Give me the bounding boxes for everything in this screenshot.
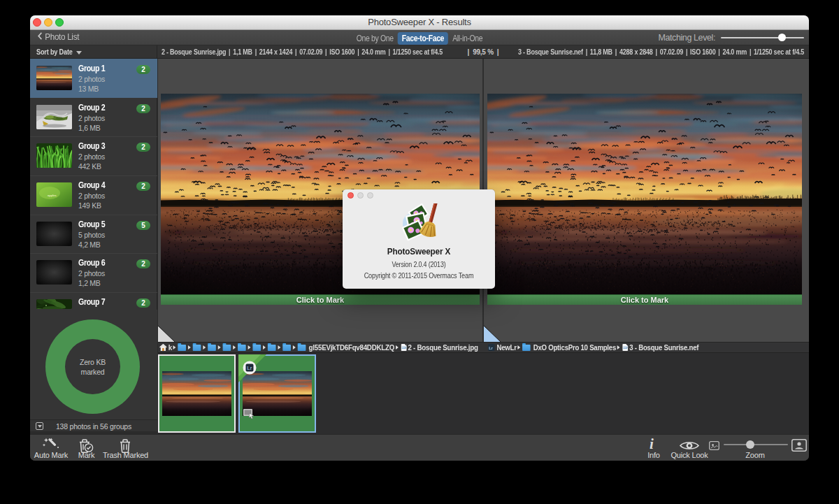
svg-text:Lr: Lr <box>247 365 252 371</box>
svg-text:i: i <box>650 437 654 452</box>
svg-text:Lr: Lr <box>489 346 493 350</box>
svg-text:apples: apples <box>48 194 57 197</box>
